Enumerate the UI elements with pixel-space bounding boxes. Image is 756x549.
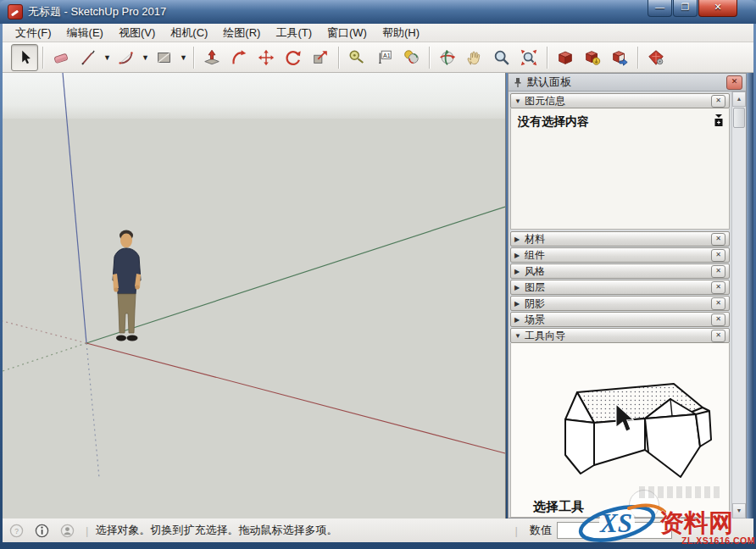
eraser-icon (52, 48, 70, 67)
section-styles[interactable]: ▶ 风格 ✕ (510, 263, 730, 279)
line-icon (79, 48, 97, 67)
info-icon[interactable] (35, 524, 49, 538)
sketchup-app-icon (8, 4, 23, 19)
menu-window[interactable]: 窗口(W) (320, 24, 375, 42)
section-close-icon[interactable]: ✕ (711, 330, 725, 342)
tool-move-button[interactable] (253, 44, 280, 71)
pin-icon[interactable] (512, 76, 524, 88)
section-close-icon[interactable]: ✕ (711, 95, 725, 108)
blue-axis-dashed (86, 343, 99, 478)
user-profile-icon[interactable] (60, 524, 75, 538)
drawing-axes (3, 73, 505, 478)
move-icon (257, 48, 275, 67)
zoom-extents-icon (520, 48, 538, 67)
scrollbar-thumb[interactable] (733, 108, 745, 128)
tray-scrollbar[interactable]: ▲ ▼ (731, 92, 746, 518)
no-selection-text: 没有选择内容 (518, 114, 589, 128)
tool-text-button[interactable]: A1 (370, 44, 397, 71)
tray-close-button[interactable]: ✕ (726, 75, 742, 90)
model-viewport[interactable] (3, 73, 506, 518)
tool-eraser-button[interactable] (47, 44, 75, 71)
window-title: 无标题 - SketchUp Pro 2017 (28, 4, 166, 19)
tool-push-pull-button[interactable] (198, 44, 225, 71)
section-close-icon[interactable]: ✕ (711, 233, 725, 246)
tool-select-button[interactable] (11, 44, 38, 71)
geolocation-icon[interactable]: ? (9, 524, 24, 538)
status-separator: | (86, 524, 88, 537)
follow-me-icon (230, 48, 248, 67)
tool-pan-button[interactable] (461, 44, 488, 71)
scroll-down-icon[interactable]: ▼ (732, 503, 746, 518)
details-toggle-icon[interactable] (714, 114, 724, 127)
tool-3d-warehouse-button[interactable] (552, 44, 579, 71)
menu-draw[interactable]: 绘图(R) (215, 24, 268, 42)
titlebar: 无标题 - SketchUp Pro 2017 — ❐ ✕ (0, 0, 756, 24)
section-close-icon[interactable]: ✕ (711, 313, 725, 326)
instructor-body: 选择工具 (510, 343, 730, 518)
menu-camera[interactable]: 相机(C) (163, 24, 215, 42)
expanded-arrow-icon: ▼ (514, 97, 525, 105)
status-hint: 选择对象。切换到扩充选择。拖动鼠标选择多项。 (95, 523, 337, 538)
measurements-input[interactable] (557, 522, 672, 539)
scale-icon (311, 48, 330, 67)
tool-share-model-button[interactable] (606, 44, 633, 71)
close-button[interactable]: ✕ (698, 0, 737, 17)
tool-extension-warehouse-button[interactable] (642, 44, 670, 71)
tool-zoom-extents-button[interactable] (515, 44, 542, 71)
tray-titlebar[interactable]: 默认面板 ✕ (509, 74, 746, 92)
collapsed-arrow-icon: ▶ (514, 236, 525, 243)
tool-arc-dropdown-arrow-icon[interactable]: ▼ (140, 45, 151, 70)
select-icon (15, 48, 34, 67)
section-scenes[interactable]: ▶ 场景 ✕ (510, 312, 730, 327)
tool-tape-measure-button[interactable] (343, 44, 370, 71)
section-materials[interactable]: ▶ 材料 ✕ (510, 231, 730, 247)
get-models-icon (583, 48, 602, 67)
expanded-arrow-icon: ▼ (514, 332, 525, 340)
tool-line-button[interactable] (75, 44, 102, 71)
paint-bucket-icon (402, 48, 420, 67)
menu-view[interactable]: 视图(V) (111, 24, 163, 42)
collapsed-arrow-icon: ▶ (514, 268, 525, 275)
tool-shapes-dropdown-arrow-icon[interactable]: ▼ (178, 45, 189, 70)
section-close-icon[interactable]: ✕ (711, 249, 725, 262)
tool-scale-button[interactable] (307, 44, 334, 71)
tool-orbit-button[interactable] (434, 44, 461, 71)
toolbar: ▼▼▼A1 (3, 42, 753, 73)
section-close-icon[interactable]: ✕ (711, 265, 725, 278)
instructor-house-illustration (545, 365, 730, 492)
tool-line-dropdown-arrow-icon[interactable]: ▼ (102, 45, 113, 70)
menu-tools[interactable]: 工具(T) (268, 24, 320, 42)
menu-help[interactable]: 帮助(H) (375, 24, 427, 42)
menu-edit[interactable]: 编辑(E) (59, 24, 111, 42)
minimize-button[interactable]: — (648, 0, 672, 17)
section-entity-info[interactable]: ▼ 图元信息 ✕ (510, 93, 730, 108)
toolbar-separator (547, 47, 548, 69)
menu-file[interactable]: 文件(F) (8, 24, 59, 42)
status-separator: | (515, 524, 518, 537)
tool-zoom-button[interactable] (488, 44, 515, 71)
tool-get-models-button[interactable] (579, 44, 606, 71)
section-close-icon[interactable]: ✕ (711, 297, 725, 310)
section-layers[interactable]: ▶ 图层 ✕ (510, 280, 730, 295)
tool-paint-bucket-button[interactable] (397, 44, 425, 71)
tray-content: ▼ 图元信息 ✕ 没有选择内容 ▶ 材料 ✕ (509, 92, 731, 518)
scroll-up-icon[interactable]: ▲ (732, 92, 746, 107)
tool-arc-button[interactable] (113, 44, 140, 71)
red-axis (86, 343, 505, 453)
toolbar-separator (338, 47, 339, 69)
svg-text:?: ? (14, 526, 19, 535)
tool-shapes-button[interactable] (151, 44, 178, 71)
section-shadows[interactable]: ▶ 阴影 ✕ (510, 296, 730, 311)
tool-follow-me-button[interactable] (225, 44, 253, 71)
tool-rotate-button[interactable] (280, 44, 307, 71)
maximize-button[interactable]: ❐ (673, 0, 698, 17)
arc-icon (117, 48, 136, 67)
faded-watermark-text (639, 486, 720, 498)
main-area: 默认面板 ✕ ▼ 图元信息 ✕ 没有选择内容 (3, 73, 753, 518)
red-axis-dashed (3, 321, 86, 343)
green-axis (86, 207, 505, 343)
section-close-icon[interactable]: ✕ (711, 281, 725, 294)
section-instructor[interactable]: ▼ 工具向导 ✕ (510, 328, 730, 343)
section-components[interactable]: ▶ 组件 ✕ (510, 247, 730, 263)
toolbar-separator (429, 47, 430, 69)
